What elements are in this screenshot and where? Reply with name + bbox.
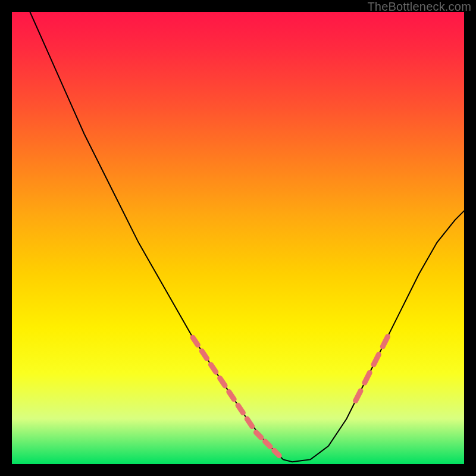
chart-svg: [12, 12, 464, 464]
highlight-dash: [365, 373, 369, 383]
highlight-dash: [356, 391, 361, 401]
bottleneck-curve: [30, 12, 464, 462]
curve-group: [30, 12, 464, 462]
highlight-dash: [211, 365, 215, 372]
highlight-dash: [238, 405, 243, 413]
highlight-dash: [202, 351, 206, 359]
highlight-dash: [193, 337, 198, 345]
plot-area: [12, 12, 464, 464]
highlight-dash: [247, 419, 252, 427]
chart-container: TheBottleneck.com: [0, 0, 476, 476]
highlight-dash: [256, 433, 261, 437]
highlight-dashes: [193, 337, 388, 456]
highlight-dash: [265, 441, 270, 446]
highlight-dash: [220, 378, 225, 386]
highlight-dash: [274, 450, 279, 455]
highlight-dash: [229, 392, 234, 399]
highlight-dash: [383, 337, 387, 347]
highlight-dash: [374, 355, 378, 365]
